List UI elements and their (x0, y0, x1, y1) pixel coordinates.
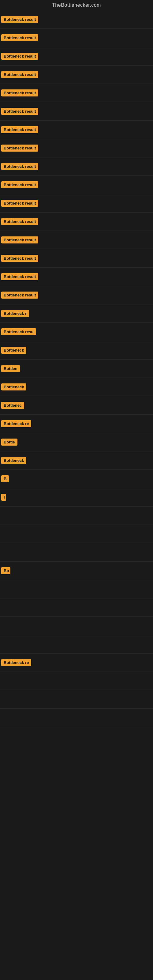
list-item: Bo (0, 562, 153, 580)
bottleneck-result-badge[interactable]: Bottleneck result (1, 181, 38, 188)
list-item (0, 690, 153, 709)
site-header: TheBottlenecker.com (0, 0, 153, 10)
list-item (0, 617, 153, 635)
list-item: Bottleneck (0, 378, 153, 396)
bottleneck-result-badge[interactable]: Bottleneck (1, 457, 26, 464)
list-item: Bottleneck result (0, 47, 153, 65)
list-item: Bottleneck result (0, 176, 153, 194)
bottleneck-result-badge[interactable]: Bottleneck resu (1, 328, 36, 335)
bottleneck-result-badge[interactable]: Bottleneck result (1, 236, 38, 243)
bottleneck-result-badge[interactable]: Bottleneck result (1, 291, 38, 299)
bottleneck-result-badge[interactable]: I (1, 494, 6, 501)
bottleneck-result-badge[interactable]: Bottleneck result (1, 52, 38, 60)
list-item: Bottleneck r (0, 304, 153, 323)
list-item: Bottleneck result (0, 84, 153, 102)
site-title: TheBottlenecker.com (0, 0, 153, 10)
bottleneck-result-badge[interactable]: Bottleneck (1, 347, 26, 354)
list-item (0, 506, 153, 525)
bottleneck-result-badge[interactable]: Bottlenec (1, 402, 24, 409)
list-item: Bottleneck result (0, 29, 153, 47)
bottleneck-result-badge[interactable]: Bottleneck result (1, 34, 38, 41)
bottleneck-result-badge[interactable]: Bo (1, 567, 10, 574)
bottleneck-result-badge[interactable]: Bottleneck (1, 383, 26, 390)
bottleneck-result-badge[interactable]: Bottleneck result (1, 218, 38, 225)
bottleneck-result-badge[interactable]: Bottleneck result (1, 163, 38, 170)
bottleneck-result-badge[interactable]: Bottleneck result (1, 16, 38, 23)
bottleneck-result-badge[interactable]: Bottleneck result (1, 145, 38, 151)
list-item: Bottleneck result (0, 268, 153, 286)
list-item: Bottleneck re (0, 415, 153, 433)
list-item: Bottleneck result (0, 286, 153, 304)
list-item: Bottlenec (0, 396, 153, 415)
bottleneck-result-badge[interactable]: Bottleneck re (1, 420, 31, 427)
bottleneck-result-badge[interactable]: Bottleneck result (1, 71, 38, 78)
list-item: Bottleneck result (0, 249, 153, 268)
bottleneck-result-badge[interactable]: B (1, 475, 9, 482)
list-item (0, 672, 153, 690)
list-item: Bottleneck result (0, 194, 153, 213)
bottleneck-result-badge[interactable]: Bottleneck result (1, 89, 38, 97)
list-item: Bottleneck (0, 341, 153, 360)
list-item (0, 598, 153, 617)
bottleneck-result-badge[interactable]: Bottle (1, 439, 18, 445)
list-item: Bottleneck result (0, 158, 153, 176)
bottleneck-result-badge[interactable]: Bottleneck result (1, 255, 38, 262)
bottleneck-result-badge[interactable]: Bottlen (1, 365, 20, 372)
list-item: Bottleneck resu (0, 323, 153, 341)
list-item (0, 543, 153, 562)
list-item: I (0, 488, 153, 506)
list-item: Bottle (0, 433, 153, 452)
list-item: Bottleneck result (0, 139, 153, 158)
list-item: Bottleneck result (0, 102, 153, 121)
list-item: Bottleneck re (0, 654, 153, 672)
bottleneck-result-badge[interactable]: Bottleneck result (1, 273, 38, 280)
list-item (0, 709, 153, 727)
list-item: Bottleneck result (0, 231, 153, 249)
bottleneck-result-badge[interactable]: Bottleneck r (1, 310, 29, 317)
list-item (0, 525, 153, 543)
list-item (0, 580, 153, 598)
list-item: Bottleneck result (0, 213, 153, 231)
list-item (0, 635, 153, 654)
bottleneck-result-badge[interactable]: Bottleneck result (1, 126, 38, 133)
list-item: B (0, 470, 153, 488)
list-item: Bottleneck (0, 452, 153, 470)
bottleneck-result-badge[interactable]: Bottleneck result (1, 200, 38, 207)
list-item: Bottlen (0, 360, 153, 378)
rows-container: Bottleneck resultBottleneck resultBottle… (0, 10, 153, 727)
bottleneck-result-badge[interactable]: Bottleneck re (1, 659, 31, 666)
list-item: Bottleneck result (0, 10, 153, 29)
list-item: Bottleneck result (0, 65, 153, 84)
bottleneck-result-badge[interactable]: Bottleneck result (1, 108, 38, 115)
list-item: Bottleneck result (0, 121, 153, 139)
